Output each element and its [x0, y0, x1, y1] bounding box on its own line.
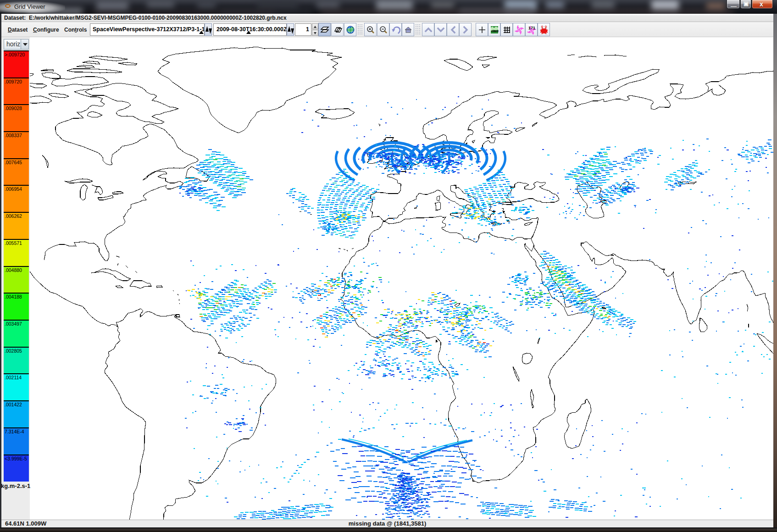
- svg-text:171: 171: [528, 26, 535, 30]
- svg-text:date: date: [491, 29, 499, 33]
